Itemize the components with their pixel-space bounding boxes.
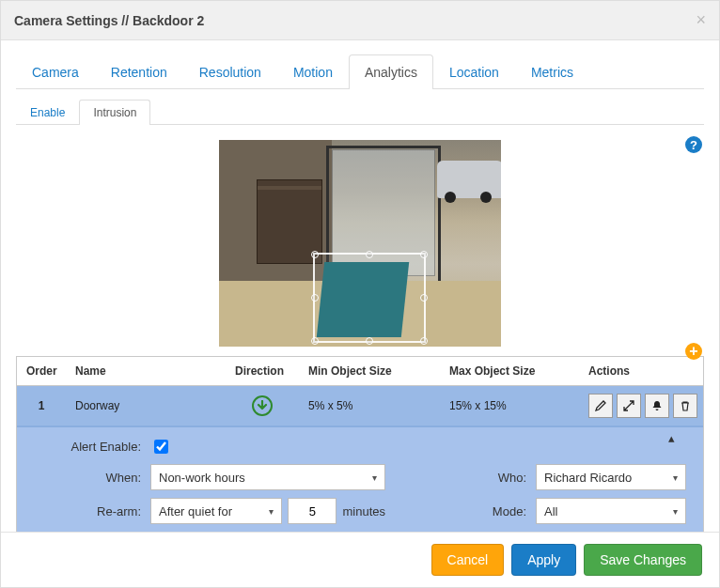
row-min: 5% x 5%: [299, 392, 440, 420]
subtab-intrusion[interactable]: Intrusion: [79, 100, 150, 125]
direction-down-icon: [252, 395, 273, 416]
close-icon[interactable]: ×: [696, 10, 706, 30]
grid-header: Order Name Direction Min Object Size Max…: [17, 357, 703, 386]
rearm-value-input[interactable]: [288, 498, 337, 524]
region-handle-sw[interactable]: [311, 337, 319, 345]
region-handle-se[interactable]: [420, 337, 428, 345]
apply-button[interactable]: Apply: [511, 544, 576, 576]
cancel-button[interactable]: Cancel: [431, 544, 505, 576]
chevron-down-icon: ▾: [673, 506, 678, 517]
regions-grid: Order Name Direction Min Object Size Max…: [16, 356, 704, 532]
main-tabs: Camera Retention Resolution Motion Analy…: [16, 54, 704, 89]
tab-camera[interactable]: Camera: [16, 54, 95, 89]
col-order: Order: [17, 357, 66, 385]
tab-analytics[interactable]: Analytics: [349, 54, 433, 89]
col-max: Max Object Size: [440, 357, 579, 385]
region-handle-nw[interactable]: [311, 251, 319, 258]
row-name: Doorway: [66, 392, 226, 420]
help-icon[interactable]: ?: [685, 136, 702, 153]
tab-resolution[interactable]: Resolution: [183, 54, 277, 89]
row-actions: [579, 386, 707, 426]
region-handle-n[interactable]: [366, 251, 373, 258]
who-select[interactable]: Richard Ricardo ▾: [536, 464, 686, 490]
alert-icon[interactable]: [645, 394, 669, 418]
when-select[interactable]: Non-work hours ▾: [150, 464, 385, 490]
resize-icon[interactable]: [617, 394, 641, 418]
region-handle-ne[interactable]: [420, 251, 428, 258]
edit-icon[interactable]: [588, 394, 613, 418]
row-order: 1: [17, 392, 66, 420]
region-detail-panel: ▴ Alert Enable: When: Non-work hours ▾: [17, 426, 703, 532]
grid-row[interactable]: 1 Doorway 5% x 5% 15% x 15%: [17, 386, 703, 426]
subtab-enable[interactable]: Enable: [16, 100, 79, 125]
region-handle-w[interactable]: [311, 294, 319, 302]
camera-preview[interactable]: [219, 140, 501, 347]
region-handle-s[interactable]: [366, 337, 373, 345]
col-actions: Actions: [579, 357, 703, 385]
mode-value: All: [544, 504, 557, 518]
camera-settings-dialog: Camera Settings // Backdoor 2 × Camera R…: [0, 0, 720, 588]
rearm-mode-select[interactable]: After quiet for ▾: [150, 498, 282, 524]
label-alert-enable: Alert Enable:: [34, 440, 145, 454]
when-value: Non-work hours: [159, 471, 245, 485]
region-handle-e[interactable]: [420, 294, 428, 302]
label-rearm: Re-arm:: [34, 504, 145, 518]
window-title: Camera Settings // Backdoor 2: [14, 13, 204, 28]
chevron-down-icon: ▾: [269, 506, 274, 517]
chevron-down-icon: ▾: [372, 472, 377, 483]
row-max: 15% x 15%: [440, 392, 579, 420]
dialog-footer: Cancel Apply Save Changes: [1, 532, 719, 587]
add-region-icon[interactable]: +: [685, 343, 702, 360]
tab-retention[interactable]: Retention: [95, 54, 183, 89]
col-name: Name: [66, 357, 226, 385]
label-mode: Mode:: [464, 504, 530, 518]
label-who: Who:: [464, 471, 530, 485]
tab-motion[interactable]: Motion: [277, 54, 349, 89]
titlebar: Camera Settings // Backdoor 2 ×: [1, 1, 719, 40]
dialog-content: Camera Retention Resolution Motion Analy…: [1, 40, 719, 532]
sub-tabs: Enable Intrusion: [16, 99, 704, 125]
who-value: Richard Ricardo: [544, 471, 632, 485]
rearm-mode-value: After quiet for: [159, 504, 232, 518]
label-when: When:: [34, 471, 145, 485]
label-minutes: minutes: [342, 504, 385, 518]
save-changes-button[interactable]: Save Changes: [584, 544, 702, 576]
mode-select[interactable]: All ▾: [536, 498, 686, 524]
row-direction: [226, 388, 299, 424]
tab-metrics[interactable]: Metrics: [515, 54, 589, 89]
collapse-icon[interactable]: ▴: [668, 431, 675, 445]
preview-row: ?: [16, 134, 704, 356]
chevron-down-icon: ▾: [673, 472, 678, 483]
alert-enable-checkbox[interactable]: [154, 440, 168, 454]
tab-location[interactable]: Location: [433, 54, 515, 89]
col-min: Min Object Size: [299, 357, 440, 385]
detection-region[interactable]: [313, 253, 426, 343]
col-direction: Direction: [226, 357, 299, 385]
delete-icon[interactable]: [673, 394, 697, 418]
